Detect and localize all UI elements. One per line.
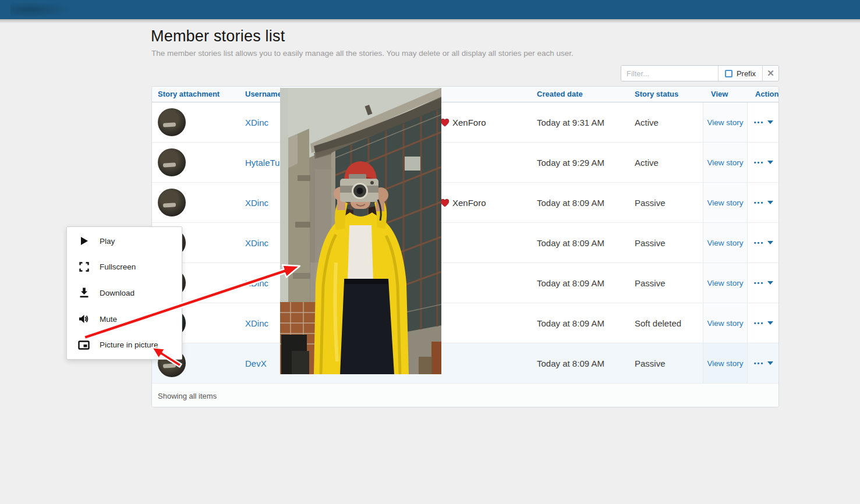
view-cell: View story bbox=[703, 343, 747, 383]
story-attachment-thumbnail[interactable] bbox=[158, 189, 186, 216]
story-status-cell: Active bbox=[629, 102, 703, 142]
close-icon: ✕ bbox=[767, 68, 774, 79]
row-actions-button[interactable]: ••• bbox=[754, 280, 774, 286]
reaction-cell bbox=[434, 223, 531, 262]
chevron-down-icon bbox=[767, 201, 773, 204]
prefix-checkbox[interactable] bbox=[725, 70, 732, 77]
heart-reaction-icon bbox=[440, 118, 450, 127]
story-row: DevXToday at 8:09 AMPassiveView story••• bbox=[152, 343, 778, 384]
created-date-cell: Today at 8:09 AM bbox=[531, 223, 629, 262]
story-attachment-cell bbox=[152, 143, 239, 182]
story-row: XDincToday at 8:09 AMPassiveView story••… bbox=[152, 223, 778, 263]
story-row: XDincXenForoToday at 9:31 AMActiveView s… bbox=[152, 102, 778, 143]
story-status-cell: Active bbox=[629, 143, 703, 182]
ellipsis-icon: ••• bbox=[754, 280, 765, 286]
story-attachment-cell bbox=[152, 183, 239, 222]
username-link[interactable]: XDinc bbox=[245, 318, 268, 328]
col-header-reaction bbox=[434, 87, 531, 102]
username-link[interactable]: DevX bbox=[245, 359, 267, 368]
play-icon bbox=[78, 235, 90, 247]
prefix-toggle[interactable]: Prefix bbox=[718, 66, 762, 81]
view-cell: View story bbox=[703, 303, 747, 343]
photo-person-with-camera bbox=[280, 88, 441, 374]
view-cell: View story bbox=[703, 263, 747, 303]
action-cell: ••• bbox=[747, 303, 779, 343]
filter-input[interactable] bbox=[621, 66, 718, 81]
ellipsis-icon: ••• bbox=[754, 159, 765, 166]
reaction-label: XenForo bbox=[452, 198, 486, 208]
row-actions-button[interactable]: ••• bbox=[754, 200, 774, 206]
story-row: XDincToday at 8:09 AMPassiveView story••… bbox=[152, 263, 778, 303]
member-stories-table: Story attachment Username Created date S… bbox=[151, 86, 779, 407]
created-date-cell: Today at 8:09 AM bbox=[531, 343, 629, 383]
chevron-down-icon bbox=[767, 281, 773, 285]
view-story-link[interactable]: View story bbox=[707, 118, 743, 127]
row-actions-button[interactable]: ••• bbox=[754, 320, 774, 326]
table-header-row: Story attachment Username Created date S… bbox=[152, 87, 778, 102]
reaction-cell bbox=[434, 343, 531, 383]
view-story-link[interactable]: View story bbox=[707, 158, 743, 167]
action-cell: ••• bbox=[747, 223, 779, 262]
ellipsis-icon: ••• bbox=[754, 119, 765, 126]
col-header-view[interactable]: View bbox=[703, 87, 747, 102]
row-actions-button[interactable]: ••• bbox=[754, 119, 774, 126]
view-story-link[interactable]: View story bbox=[707, 239, 743, 247]
story-status-cell: Passive bbox=[629, 263, 703, 303]
view-story-link[interactable]: View story bbox=[707, 198, 743, 207]
picture-in-picture-icon bbox=[78, 339, 90, 351]
story-attachment-thumbnail[interactable] bbox=[158, 148, 186, 176]
username-link[interactable]: XDinc bbox=[245, 198, 268, 208]
username-link[interactable]: XDinc bbox=[245, 238, 268, 248]
story-status-cell: Soft deleted bbox=[629, 303, 703, 343]
action-cell: ••• bbox=[747, 143, 779, 182]
admin-top-bar bbox=[0, 0, 860, 19]
username-link[interactable]: XDinc bbox=[245, 118, 268, 127]
page-subtitle: The member stories list allows you to ea… bbox=[151, 49, 574, 58]
created-date-cell: Today at 9:29 AM bbox=[531, 143, 629, 182]
menu-item-play[interactable]: Play bbox=[67, 228, 182, 254]
ellipsis-icon: ••• bbox=[754, 360, 765, 367]
col-header-created-date[interactable]: Created date bbox=[531, 87, 629, 102]
menu-item-mute[interactable]: Mute bbox=[67, 306, 182, 332]
heart-reaction-icon bbox=[440, 198, 450, 207]
chevron-down-icon bbox=[767, 321, 773, 325]
created-date-cell: Today at 8:09 AM bbox=[531, 303, 629, 343]
filter-close-button[interactable]: ✕ bbox=[762, 66, 778, 81]
menu-item-picture-in-picture[interactable]: Picture in picture bbox=[67, 332, 182, 358]
story-status-cell: Passive bbox=[629, 343, 703, 383]
prefix-label: Prefix bbox=[737, 69, 756, 78]
view-cell: View story bbox=[703, 143, 747, 182]
story-row: XDincXenForoToday at 8:09 AMPassiveView … bbox=[152, 183, 778, 223]
story-attachment-thumbnail[interactable] bbox=[158, 108, 186, 136]
view-story-link[interactable]: View story bbox=[707, 319, 743, 328]
row-actions-button[interactable]: ••• bbox=[754, 159, 774, 166]
action-cell: ••• bbox=[747, 183, 779, 222]
story-row: HytaleTurToday at 9:29 AMActiveView stor… bbox=[152, 143, 778, 183]
chevron-down-icon bbox=[767, 241, 773, 244]
chevron-down-icon bbox=[767, 361, 773, 365]
page-title: Member stories list bbox=[151, 27, 285, 45]
table-body: XDincXenForoToday at 9:31 AMActiveView s… bbox=[152, 102, 778, 384]
reaction-cell: XenForo bbox=[434, 102, 531, 142]
action-cell: ••• bbox=[747, 102, 779, 142]
menu-item-download[interactable]: Download bbox=[67, 280, 182, 306]
row-actions-button[interactable]: ••• bbox=[754, 360, 774, 367]
story-video-preview[interactable] bbox=[280, 88, 441, 374]
created-date-cell: Today at 8:09 AM bbox=[531, 183, 629, 222]
view-story-link[interactable]: View story bbox=[707, 359, 743, 368]
row-actions-button[interactable]: ••• bbox=[754, 240, 774, 246]
username-link[interactable]: HytaleTur bbox=[245, 158, 282, 168]
filter-bar: Prefix ✕ bbox=[621, 65, 779, 81]
col-header-story-attachment[interactable]: Story attachment bbox=[152, 87, 239, 102]
ellipsis-icon: ••• bbox=[754, 240, 765, 246]
created-date-cell: Today at 8:09 AM bbox=[531, 263, 629, 303]
app-logo bbox=[10, 1, 75, 18]
username-link[interactable]: XDinc bbox=[245, 278, 268, 288]
reaction-label: XenForo bbox=[452, 118, 486, 127]
view-story-link[interactable]: View story bbox=[707, 279, 743, 288]
col-header-action[interactable]: Action bbox=[747, 87, 779, 102]
menu-item-fullscreen[interactable]: Fullscreen bbox=[67, 254, 182, 281]
action-cell: ••• bbox=[747, 343, 779, 383]
col-header-story-status[interactable]: Story status bbox=[629, 87, 703, 102]
video-context-menu: Play Fullscreen Download Mute bbox=[66, 226, 182, 360]
